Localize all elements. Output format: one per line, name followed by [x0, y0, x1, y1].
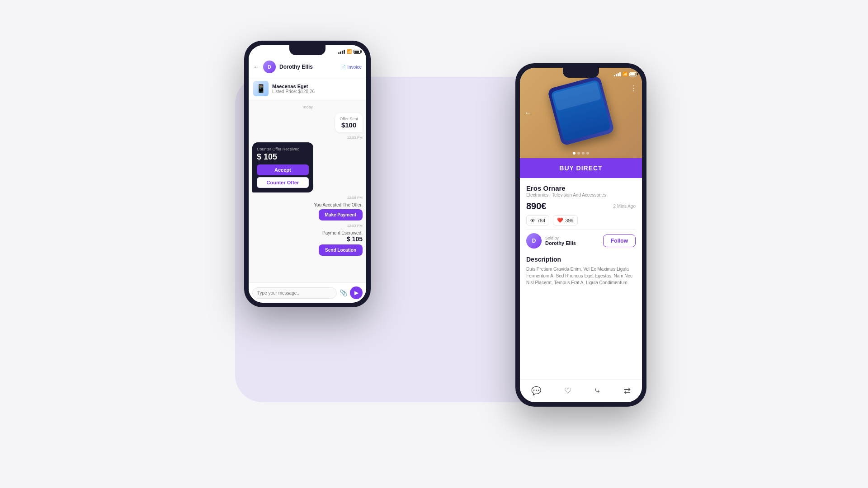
wifi-icon2: 📶 [623, 72, 627, 76]
more-options-icon[interactable]: ⋮ [630, 84, 637, 93]
notch1 [289, 45, 326, 55]
phone-chat: 📶 ← D Dorothy Ellis 📄 Invoice 📱 Mae [244, 41, 371, 307]
dot-2[interactable] [577, 152, 580, 155]
heart-icon: ❤️ [557, 217, 563, 223]
main-scene: 📶 ← D Dorothy Ellis 📄 Invoice 📱 Mae [208, 41, 660, 447]
likes-count: 399 [565, 218, 573, 223]
product-time-ago: 2 Mins Ago [613, 204, 636, 209]
phone1-screen: 📶 ← D Dorothy Ellis 📄 Invoice 📱 Mae [249, 45, 366, 303]
signal-icon2 [614, 72, 621, 76]
product-device-image [547, 75, 615, 146]
seller-details: Sold by Dorothy Ellis [545, 236, 576, 246]
payment-amount: $ 105 [319, 235, 363, 243]
battery-icon2 [629, 72, 637, 76]
description-section: Description Duis Pretium Gravida Enim, V… [526, 256, 636, 379]
phone2-screen: 📶 ← ⋮ [520, 68, 642, 402]
make-payment-time: 12:53 PM [347, 224, 363, 228]
dot-1[interactable] [573, 152, 576, 155]
product-bar: 📱 Maecenas Eget Listed Price: $128.26 [249, 77, 366, 100]
chat-input-bar: 📎 ▶ [249, 282, 366, 303]
payment-label: Payment Escrowed. [319, 230, 363, 235]
dot-3[interactable] [582, 152, 585, 155]
bottom-nav: 💬 ♡ ⤷ ⇄ [520, 379, 642, 402]
user-avatar: D [263, 61, 276, 73]
share-nav-icon[interactable]: ⤷ [592, 384, 603, 398]
description-text: Duis Pretium Gravida Enim, Vel Ex Maximu… [526, 266, 636, 286]
compare-nav-icon[interactable]: ⇄ [622, 384, 632, 398]
back-button[interactable]: ← [524, 109, 532, 117]
offer-sent-message: Offer Sent $100 [335, 113, 363, 132]
buy-direct-button[interactable]: BUY DIRECT [520, 158, 642, 178]
product-info: Maecenas Eget Listed Price: $128.26 [272, 84, 315, 94]
message-input[interactable] [252, 287, 337, 299]
seller-name: Dorothy Ellis [545, 240, 576, 246]
accept-button[interactable]: Accept [257, 164, 309, 175]
product-stats: 👁 784 ❤️ 399 [526, 215, 636, 225]
send-button[interactable]: ▶ [350, 286, 363, 299]
invoice-icon: 📄 [340, 65, 346, 70]
payment-message: Payment Escrowed. $ 105 Send Location [319, 230, 363, 256]
chat-nav-icon[interactable]: 💬 [529, 384, 543, 398]
chat-user-name: Dorothy Ellis [279, 64, 337, 70]
views-badge: 👁 784 [526, 215, 549, 225]
accepted-text: You Accepted The Offer. [314, 202, 363, 207]
wifi-icon: 📶 [347, 49, 352, 54]
notch2 [563, 68, 599, 78]
seller-avatar: D [526, 233, 542, 249]
make-payment-button[interactable]: Make Payment [319, 209, 363, 221]
chat-date: Today [252, 105, 363, 109]
counter-offer-time: 12:58 PM [252, 196, 363, 200]
battery-icon [354, 50, 361, 54]
product-name: Maecenas Eget [272, 84, 315, 89]
product-title-section: Eros Ornare Electronics · Television And… [526, 184, 636, 197]
counter-offer-message: Counter Offer Received $ 105 Accept Coun… [252, 142, 313, 192]
back-arrow-icon[interactable]: ← [253, 63, 259, 70]
product-thumbnail: 📱 [253, 81, 269, 96]
counter-offer-label: Counter Offer Received [257, 147, 309, 151]
seller-info: D Sold by Dorothy Ellis [526, 233, 576, 249]
phone-product: 📶 ← ⋮ [515, 63, 646, 407]
attach-icon[interactable]: 📎 [340, 289, 347, 296]
product-image-area: 📶 ← ⋮ [520, 68, 642, 158]
invoice-button[interactable]: 📄 Invoice [340, 65, 362, 70]
offer-sent-label: Offer Sent [340, 117, 358, 121]
signal-icon [338, 49, 345, 54]
heart-nav-icon[interactable]: ♡ [562, 384, 573, 398]
views-count: 784 [537, 218, 545, 223]
dot-4[interactable] [586, 152, 589, 155]
image-dots [573, 152, 589, 155]
chat-messages: Today Offer Sent $100 12:53 PM Counter O… [249, 100, 366, 282]
send-location-button[interactable]: Send Location [319, 244, 363, 256]
eye-icon: 👁 [530, 218, 535, 223]
counter-offer-button[interactable]: Counter Offer [257, 177, 309, 188]
seller-row: D Sold by Dorothy Ellis Follow [526, 229, 636, 252]
follow-button[interactable]: Follow [603, 235, 636, 247]
chat-header: ← D Dorothy Ellis 📄 Invoice [249, 58, 366, 77]
product-details: Eros Ornare Electronics · Television And… [520, 178, 642, 379]
description-title: Description [526, 256, 636, 263]
product-price: 890€ [526, 201, 547, 211]
product-title: Eros Ornare [526, 184, 636, 192]
offer-sent-time: 12:53 PM [347, 136, 363, 140]
accepted-message: You Accepted The Offer. Make Payment [314, 202, 363, 221]
product-category: Electronics · Television And Accessories [526, 192, 636, 197]
product-price-row: 890€ 2 Mins Ago [526, 201, 636, 211]
sold-by-label: Sold by [545, 236, 576, 240]
product-listed-price: Listed Price: $128.26 [272, 89, 315, 94]
offer-sent-amount: $100 [340, 121, 358, 129]
likes-badge: ❤️ 399 [553, 215, 577, 225]
counter-offer-amount: $ 105 [257, 152, 309, 162]
